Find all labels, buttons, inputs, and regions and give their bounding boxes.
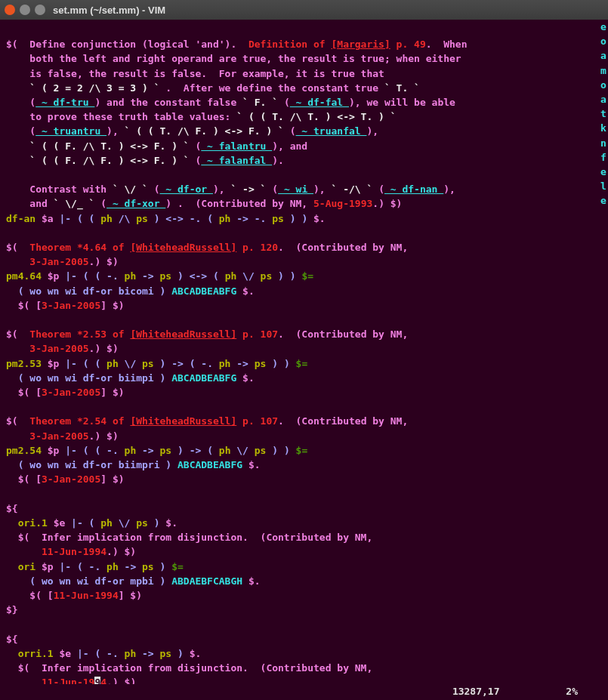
- status-line: 13287,17 2%: [0, 684, 608, 700]
- titlebar: set.mm (~/set.mm) - VIM: [0, 0, 608, 20]
- window-title: set.mm (~/set.mm) - VIM: [53, 5, 165, 16]
- cursor-position: 13287,17: [452, 686, 500, 697]
- trailing-column: e o a m o a t k n f e l e: [600, 20, 608, 208]
- minimize-icon[interactable]: [20, 5, 30, 15]
- editor-area[interactable]: $( Define conjunction (logical 'and'). D…: [0, 20, 608, 692]
- file-percent: 2%: [566, 686, 578, 697]
- maximize-icon[interactable]: [35, 5, 45, 15]
- close-icon[interactable]: [5, 5, 15, 15]
